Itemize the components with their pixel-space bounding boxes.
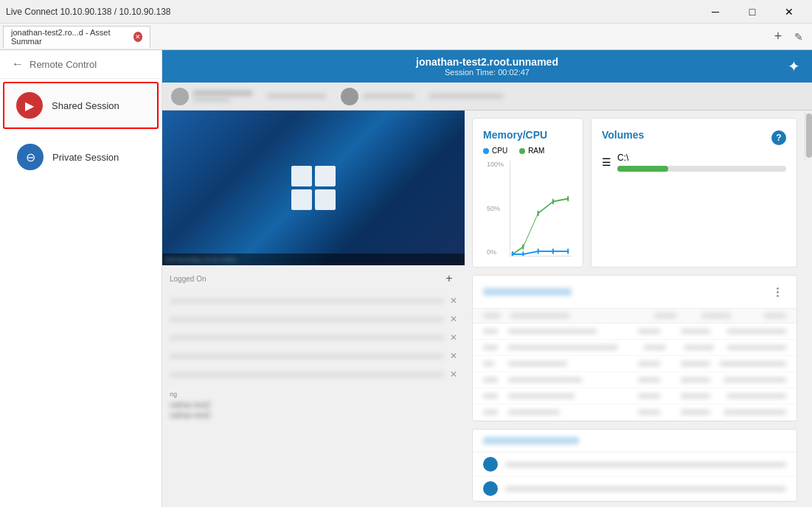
close-row-1[interactable]: ✕ — [450, 296, 457, 306]
ram-legend-label: RAM — [528, 147, 544, 155]
process-row-3: ✕ — [162, 329, 465, 347]
add-process-button[interactable]: + — [441, 270, 457, 287]
minimize-button[interactable]: ─ — [698, 0, 732, 24]
remote-preview[interactable]: ATE Recording 1:31:04 1/2024 — [162, 111, 465, 265]
title-bar: Live Connect 10.10.90.138 / 10.10.90.138… — [0, 0, 812, 24]
tab-close-icon[interactable]: ✕ — [133, 32, 142, 42]
chart-svg — [510, 161, 572, 256]
svg-point-3 — [552, 199, 554, 205]
top-processes-card — [472, 275, 797, 422]
info-item-4 — [429, 94, 503, 99]
ram-legend: RAM — [519, 147, 544, 155]
close-row-3[interactable]: ✕ — [450, 332, 457, 343]
cards-row: Memory/CPU CPU RAM 10 — [472, 118, 797, 268]
process-table-row-5 — [473, 388, 797, 405]
processes-columns — [473, 309, 797, 324]
add-tab-button[interactable]: + — [768, 27, 788, 47]
cpu-dot — [483, 148, 489, 154]
system-row-2 — [473, 477, 797, 501]
process-row-1: ✕ — [162, 292, 465, 310]
ram-dot — [519, 148, 525, 154]
info-bar — [162, 83, 812, 111]
svg-point-4 — [567, 196, 569, 202]
logged-on-label: Logged On — [170, 275, 207, 283]
info-item-1 — [171, 88, 252, 105]
close-button[interactable]: ✕ — [772, 0, 806, 24]
help-icon[interactable]: ? — [771, 130, 786, 145]
col-user — [731, 312, 786, 320]
info-item-2 — [267, 94, 326, 99]
process-row-2: ✕ — [162, 310, 465, 329]
maximize-button[interactable]: □ — [735, 0, 769, 24]
process-table-row-2 — [473, 340, 797, 356]
volume-label: C:\ — [617, 153, 786, 163]
svg-point-1 — [522, 244, 524, 250]
system-icon-2 — [483, 481, 498, 496]
taskbar: ATE Recording 1:31:04 1/2024 — [162, 254, 465, 265]
sidebar-item-private[interactable]: ⊖ Private Session — [3, 135, 159, 179]
col-pid — [483, 312, 510, 320]
avatar-1 — [171, 88, 189, 105]
svg-point-9 — [567, 248, 569, 254]
memory-cpu-card: Memory/CPU CPU RAM 10 — [472, 118, 583, 268]
sidebar-item-private-label: Private Session — [52, 152, 119, 163]
top-processes-title — [483, 288, 572, 296]
volumes-title: Volumes — [602, 129, 644, 141]
right-panel: Memory/CPU CPU RAM 10 — [465, 111, 805, 507]
taskbar-text: ATE Recording 1:31:04 1/2024 — [165, 257, 236, 262]
top-processes-header — [473, 276, 797, 309]
system-icon-1 — [483, 457, 498, 472]
scrollbar[interactable] — [805, 111, 812, 161]
puzzle-icon[interactable]: ✦ — [788, 57, 800, 75]
cpu-legend-label: CPU — [492, 147, 507, 155]
avatar-2 — [341, 88, 358, 105]
edit-tab-button[interactable]: ✎ — [788, 27, 809, 47]
chart-area: 100% 50% 0% — [510, 161, 572, 256]
chart-label-100: 100% — [487, 161, 504, 168]
svg-point-5 — [512, 251, 513, 256]
process-table-row-6 — [473, 405, 797, 421]
cpu-legend: CPU — [483, 147, 507, 155]
close-row-5[interactable]: ✕ — [450, 369, 457, 380]
volume-bar-fill — [617, 166, 668, 172]
system-row-1 — [473, 452, 797, 477]
chart-label-50: 50% — [487, 205, 500, 212]
tab-asset-summary[interactable]: jonathan-test2.ro...d - Asset Summar ✕ — [3, 26, 150, 48]
main-container: ← Remote Control ▶ Shared Session ⊖ Priv… — [0, 50, 812, 507]
hostname-section: ng nathan-test2 nathan-test2 — [162, 384, 465, 425]
col-cpu — [621, 312, 676, 320]
tab-label: jonathan-test2.ro...d - Asset Summar — [11, 28, 129, 46]
col-process-name — [510, 312, 620, 320]
process-table-row-1 — [473, 324, 797, 340]
back-label: Remote Control — [30, 59, 97, 70]
memory-cpu-title: Memory/CPU — [483, 129, 572, 141]
logged-on-section: Logged On + ✕ ✕ ✕ — [162, 265, 465, 384]
back-button[interactable]: ← Remote Control — [0, 50, 162, 79]
process-row-4: ✕ — [162, 347, 465, 366]
scrollbar-thumb[interactable] — [806, 113, 812, 158]
volume-c: ☰ C:\ — [602, 153, 786, 172]
hostname-1: nathan-test2 — [170, 401, 457, 409]
app-title: Live Connect 10.10.90.138 / 10.10.90.138 — [6, 7, 698, 17]
left-panel: ATE Recording 1:31:04 1/2024 Logged On +… — [162, 111, 465, 425]
sidebar-item-shared[interactable]: ▶ Shared Session — [3, 82, 159, 129]
process-table-row-3 — [473, 356, 797, 372]
system-header — [473, 430, 797, 452]
content-area: jonathan-test2.root.unnamed Session Time… — [162, 50, 812, 507]
sidebar-item-shared-label: Shared Session — [52, 100, 119, 111]
close-row-2[interactable]: ✕ — [450, 314, 457, 324]
volume-bar-bg — [617, 166, 786, 172]
hostname-2: nathan-test2 — [170, 411, 457, 419]
top-system-card — [472, 429, 797, 502]
info-item-3 — [341, 88, 414, 105]
process-header: Logged On + — [162, 266, 465, 292]
close-row-4[interactable]: ✕ — [450, 351, 457, 361]
session-time: Session Time: 00:02:47 — [162, 68, 812, 77]
processes-menu-button[interactable] — [768, 283, 786, 301]
shared-session-icon: ▶ — [16, 92, 43, 119]
volumes-card: Volumes ? ☰ C:\ — [591, 118, 797, 268]
header-bar: jonathan-test2.root.unnamed Session Time… — [162, 50, 812, 83]
chart-legend: CPU RAM — [483, 147, 572, 155]
windows-logo — [291, 166, 336, 210]
scroll-area: ATE Recording 1:31:04 1/2024 Logged On +… — [162, 111, 812, 507]
